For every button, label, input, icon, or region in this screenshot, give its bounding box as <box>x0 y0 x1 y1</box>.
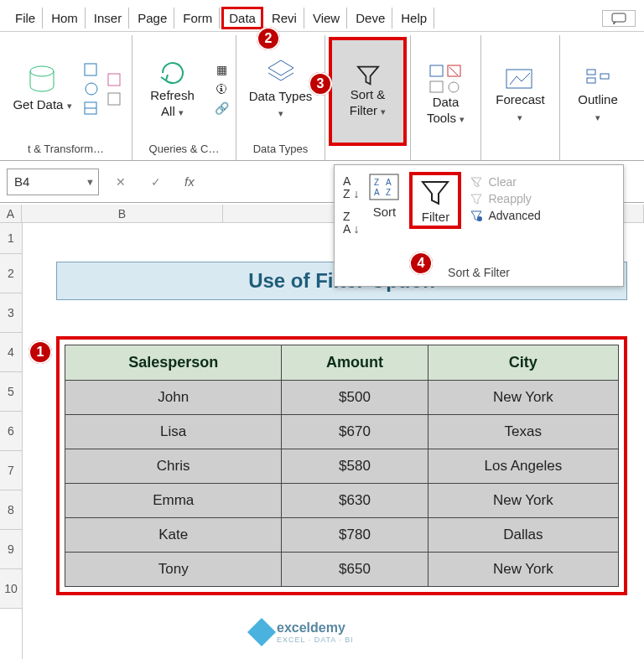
svg-line-11 <box>449 67 458 75</box>
tab-data[interactable]: Data <box>221 7 263 29</box>
data-tools-icon <box>429 65 462 94</box>
tab-insert[interactable]: Inser <box>87 8 129 29</box>
cell[interactable]: Dallas <box>428 518 618 553</box>
tab-page-layout[interactable]: Page <box>131 8 174 29</box>
data-types-button[interactable]: Data Types ▾ <box>242 54 319 124</box>
sort-filter-button[interactable]: Sort & Filter ▾ <box>329 37 407 146</box>
edit-links-button[interactable]: 🔗 <box>212 100 231 117</box>
cell[interactable]: Texas <box>428 415 618 449</box>
row-header-7[interactable]: 7 <box>0 451 22 490</box>
svg-rect-15 <box>587 70 595 75</box>
svg-rect-6 <box>108 74 120 86</box>
col-header-A[interactable]: A <box>0 205 22 222</box>
ribbon-group-tools: Data Tools ▾ <box>411 35 481 160</box>
cell[interactable]: John <box>65 381 282 415</box>
from-web-button[interactable] <box>82 80 101 97</box>
row-header-2[interactable]: 2 <box>0 254 22 293</box>
cell[interactable]: $780 <box>282 518 428 553</box>
sort-desc-button[interactable]: ZA ↓ <box>343 210 359 236</box>
watermark-brand: exceldemy <box>277 620 354 636</box>
data-tools-button[interactable]: Data Tools ▾ <box>416 61 475 130</box>
cell[interactable]: Los Angeles <box>428 449 618 484</box>
cell[interactable]: New York <box>428 381 618 415</box>
reapply-filter-button[interactable]: Reapply <box>470 192 540 205</box>
table-row[interactable]: Lisa$670Texas <box>65 415 619 449</box>
annotation-2: 2 <box>257 27 280 50</box>
cell[interactable]: $670 <box>282 415 428 449</box>
from-table-button[interactable] <box>82 100 101 117</box>
reapply-label: Reapply <box>488 192 531 205</box>
funnel-icon <box>356 65 381 86</box>
outline-button[interactable]: Outline▾ <box>570 63 626 127</box>
get-data-button[interactable]: Get Data ▾ <box>8 61 76 117</box>
col-salesperson[interactable]: Salesperson <box>65 345 282 381</box>
cancel-formula-button[interactable]: ✕ <box>107 175 134 189</box>
existing-connections-button[interactable] <box>106 91 124 107</box>
svg-point-13 <box>449 82 459 92</box>
row-header-3[interactable]: 3 <box>0 293 22 333</box>
cell[interactable]: Tony <box>65 553 282 587</box>
svg-text:A: A <box>374 188 380 197</box>
row-header-10[interactable]: 10 <box>0 569 22 609</box>
comments-button[interactable] <box>602 10 636 27</box>
properties-button[interactable]: 🛈 <box>212 80 231 97</box>
fx-label[interactable]: fx <box>184 174 195 189</box>
cell[interactable]: Lisa <box>65 415 282 449</box>
cell[interactable]: $580 <box>282 449 428 484</box>
advanced-label: Advanced <box>488 209 540 222</box>
col-amount[interactable]: Amount <box>282 345 428 381</box>
row-header-4[interactable]: 4 <box>0 333 22 372</box>
cell[interactable]: Chris <box>65 449 282 484</box>
ribbon-group-outline: Outline▾ <box>560 35 636 160</box>
cell[interactable]: $630 <box>282 484 428 518</box>
chevron-down-icon: ▼ <box>86 177 95 187</box>
clear-filter-button[interactable]: Clear <box>470 175 540 189</box>
from-text-button[interactable] <box>82 61 101 78</box>
filter-button[interactable]: Filter <box>409 172 461 229</box>
queries-connections-button[interactable]: ▦ <box>212 61 231 78</box>
col-city[interactable]: City <box>428 345 618 381</box>
database-icon <box>28 65 56 96</box>
cell[interactable]: Kate <box>65 518 282 553</box>
row-header-5[interactable]: 5 <box>0 372 22 412</box>
row-header-8[interactable]: 8 <box>0 490 22 530</box>
tab-view[interactable]: View <box>306 8 347 29</box>
tab-developer[interactable]: Deve <box>349 8 392 29</box>
cell[interactable]: Emma <box>65 484 282 518</box>
refresh-all-button[interactable]: Refresh All ▾ <box>138 55 207 123</box>
advanced-filter-button[interactable]: Advanced <box>470 209 540 222</box>
ribbon-group-queries: Refresh All ▾ ▦ 🛈 🔗 Queries & C… <box>132 35 236 160</box>
forecast-icon <box>505 66 535 91</box>
col-header-B[interactable]: B <box>22 205 223 222</box>
table-row[interactable]: John$500New York <box>65 381 619 415</box>
sort-button[interactable]: ZAAZ Sort <box>367 172 401 219</box>
cell[interactable]: New York <box>428 484 618 518</box>
svg-marker-8 <box>357 66 377 84</box>
cell[interactable]: $650 <box>282 553 428 587</box>
tab-help[interactable]: Help <box>394 8 434 29</box>
tab-file[interactable]: File <box>8 8 43 29</box>
get-data-mini-buttons <box>82 61 101 117</box>
table-row[interactable]: Tony$650New York <box>65 553 619 587</box>
svg-text:Z: Z <box>374 178 379 187</box>
watermark-sub: EXCEL · DATA · BI <box>277 636 354 644</box>
cell[interactable]: New York <box>428 553 618 587</box>
tab-home[interactable]: Hom <box>44 8 86 29</box>
tab-review[interactable]: Revi <box>265 8 304 29</box>
row-header-6[interactable]: 6 <box>0 412 22 451</box>
svg-rect-16 <box>587 78 595 83</box>
recent-sources-button[interactable] <box>106 71 124 88</box>
table-row[interactable]: Chris$580Los Angeles <box>65 449 619 484</box>
name-box[interactable]: B4 ▼ <box>7 169 99 195</box>
cell[interactable]: $500 <box>282 381 428 415</box>
enter-formula-button[interactable]: ✓ <box>143 175 169 189</box>
sort-asc-button[interactable]: AZ ↓ <box>343 175 359 201</box>
row-header-9[interactable]: 9 <box>0 530 22 569</box>
table-row[interactable]: Kate$780Dallas <box>65 518 619 553</box>
sheet-content[interactable]: Use of Filter Option Salesperson Amount … <box>23 222 644 659</box>
row-header-1[interactable]: 1 <box>0 222 22 254</box>
tab-formulas[interactable]: Form <box>176 8 220 29</box>
forecast-button[interactable]: Forecast▾ <box>491 63 549 127</box>
advanced-icon <box>470 210 483 221</box>
table-row[interactable]: Emma$630New York <box>65 484 619 518</box>
